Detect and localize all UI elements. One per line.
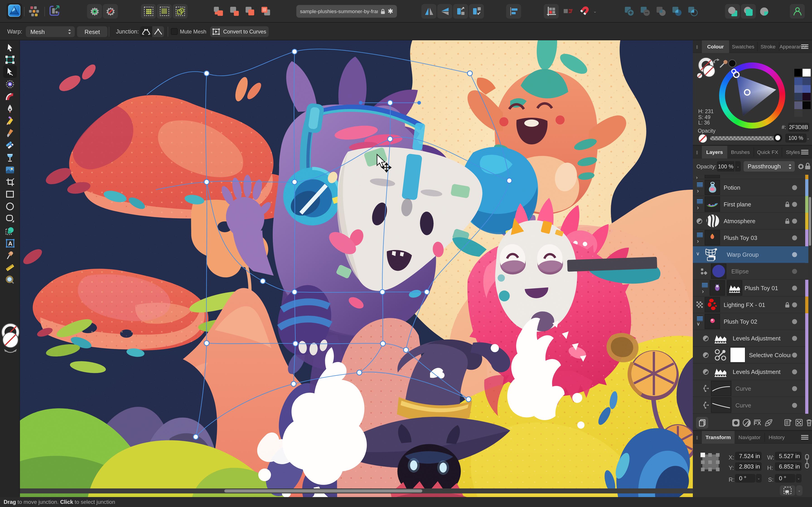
svg-text:A: A	[8, 240, 12, 247]
svg-text:FX: FX	[754, 419, 761, 427]
